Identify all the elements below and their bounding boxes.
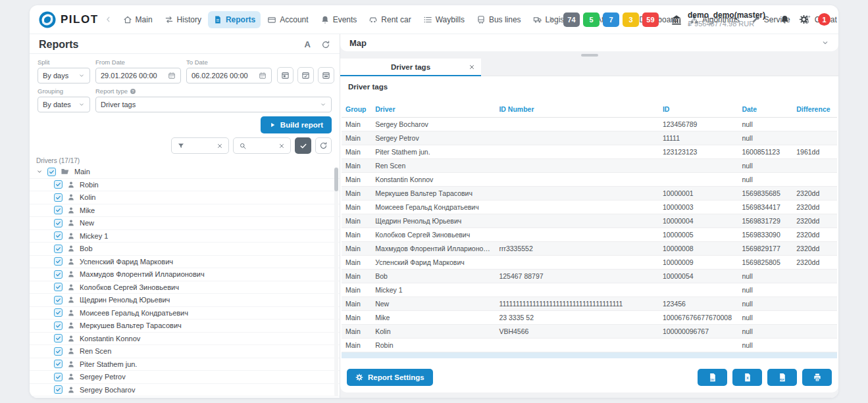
column-header-id-number[interactable]: ID Number [495,101,658,118]
calendar-icon[interactable] [168,72,176,80]
column-header-group[interactable]: Group [342,101,371,118]
build-report-button[interactable]: Build report [261,116,332,133]
refresh-icon[interactable] [321,40,330,49]
calendar-day-button[interactable] [277,67,294,83]
table-row[interactable]: MainМахмудов Флорентий Илларионовичrrr33… [342,242,837,256]
search-icon[interactable] [239,142,247,150]
nav-item-bus-lines[interactable]: Bus lines [471,11,526,28]
column-header-difference[interactable]: Difference [792,101,837,118]
tree-item-sergey-bocharov[interactable]: Sergey Bocharov [30,384,340,397]
table-row[interactable]: MainRen Scennull [342,159,837,173]
checkbox-checked[interactable] [54,219,63,227]
table-row[interactable]: MainBob125467 8879710000054null [342,270,837,283]
table-row[interactable]: MainУспенский Фарид Маркович100000091569… [342,256,837,270]
select-all-button[interactable] [295,137,311,154]
table-row[interactable]: MainKolinVBH4566100000096767null [342,325,837,339]
tree-scrollbar[interactable] [334,167,338,396]
counter-badge[interactable]: 7 [603,12,619,27]
tree-item-sergey-petrov[interactable]: Sergey Petrov [30,371,340,384]
font-size-icon[interactable]: A [305,39,311,49]
export-file-pdf-button[interactable] [767,369,797,386]
tree-item-kolin[interactable]: Kolin [30,191,340,204]
tree-item-ren-scen[interactable]: Ren Scen [30,345,340,358]
table-row[interactable]: MainКолобков Сергей Зиновьевич1000000515… [342,228,837,242]
export-printer-button[interactable] [802,369,832,386]
nav-item-reports[interactable]: Reports [208,11,261,28]
tree-item-mike[interactable]: Mike [30,204,340,218]
brand[interactable]: PILOT [39,11,99,28]
split-select[interactable]: By days [38,68,90,83]
chevron-down-icon[interactable] [36,168,43,175]
checkbox-checked[interactable] [54,373,63,381]
export-file-csv-button[interactable] [698,369,727,386]
table-row[interactable]: MainKonstantin Konnovnull [342,173,837,187]
checkbox-checked[interactable] [54,334,63,343]
nav-item-rent-car[interactable]: Rent car [363,11,416,28]
table-row[interactable]: MainMickey 1null [342,283,837,297]
table-row[interactable]: MainNew111111111111111111111111111111111… [342,297,837,311]
tree-search-control[interactable] [233,137,291,154]
table-row[interactable]: MainЩедрин Ренольд Юрьевич10000004156983… [342,214,837,228]
filter-funnel-icon[interactable] [177,142,185,150]
table-row[interactable]: MainМоисеев Геральд Кондратьевич10000003… [342,201,837,214]
collapse-chevron-icon[interactable] [821,39,829,47]
checkbox-checked[interactable] [54,347,63,356]
calendar-check-button[interactable] [297,67,314,83]
nav-item-history[interactable]: History [159,11,207,28]
nav-item-events[interactable]: Events [315,11,363,28]
column-header-driver[interactable]: Driver [371,101,495,118]
checkbox-checked[interactable] [54,283,63,291]
panel-drag-handle[interactable] [581,54,598,57]
tree-item-щедрин-ренольд-юрьевич[interactable]: Щедрин Ренольд Юрьевич [30,294,340,307]
nav-item-waybills[interactable]: Waybills [418,11,470,28]
checkbox-checked[interactable] [54,193,63,202]
checkbox-checked[interactable] [47,168,56,176]
tree-item-konstantin-konnov[interactable]: Konstantin Konnov [30,333,340,346]
tree-item-mickey-1[interactable]: Mickey 1 [30,230,340,243]
tree-item-моисеев-геральд-кондратьевич[interactable]: Моисеев Геральд Кондратьевич [30,307,340,320]
checkbox-checked[interactable] [54,360,63,368]
table-row[interactable]: MainPiter Stathem jun.123123123160085112… [342,145,837,159]
tab-close-icon[interactable] [469,64,475,70]
checkbox-checked[interactable] [54,321,63,330]
notifications-bell-icon[interactable] [780,14,790,24]
tree-filter-control[interactable] [171,137,229,154]
tree-scrollbar-thumb[interactable] [334,168,338,191]
checkbox-checked[interactable] [54,206,63,214]
tree-item-колобков-сергей-зиновьевич[interactable]: Колобков Сергей Зиновьевич [30,281,340,295]
nav-item-main[interactable]: Main [118,11,158,28]
user-block[interactable]: demo_demo(master) ₽ 95648774.98 RUR [671,11,765,28]
table-row[interactable]: MainSergey Bocharov123456789null [342,118,837,131]
tree-item-махмудов-флорентий-илларионович[interactable]: Махмудов Флорентий Илларионович [30,268,340,281]
column-header-id[interactable]: ID [659,101,738,118]
checkbox-checked[interactable] [54,257,63,266]
report-type-select[interactable]: Driver tags [95,97,332,112]
table-row[interactable]: MainМеркушев Вальтер Тарасович1000000115… [342,187,837,201]
tree-item-new[interactable]: New [30,217,340,230]
checkbox-checked[interactable] [54,385,63,394]
grouping-select[interactable]: By dates [38,97,90,112]
settings-gear-icon[interactable] [799,14,809,24]
tree-item-успенский-фарид-маркович[interactable]: Успенский Фарид Маркович [30,256,340,269]
counter-badge[interactable]: 59 [642,12,659,27]
checkbox-checked[interactable] [54,245,63,253]
counter-badge[interactable]: 5 [583,12,600,27]
export-file-xls-button[interactable] [732,369,762,386]
calendar-range-button[interactable] [318,67,334,83]
help-question-icon[interactable] [130,88,136,95]
alert-count-badge[interactable]: 1 [818,13,830,26]
counter-badge[interactable]: 74 [563,12,580,27]
counter-badge[interactable]: 3 [623,12,639,27]
from-date-input[interactable]: 29.01.2026 00:00 [95,68,181,83]
checkbox-checked[interactable] [54,296,63,304]
checkbox-checked[interactable] [54,308,63,317]
checkbox-checked[interactable] [54,180,63,189]
to-date-input[interactable]: 06.02.2026 00:00 [186,68,272,83]
calendar-icon[interactable] [259,72,267,80]
clear-search-icon[interactable] [278,143,285,149]
table-row[interactable]: MainSergey Petrov11111null [342,131,837,145]
checkbox-checked[interactable] [54,231,63,240]
clear-filter-icon[interactable] [217,143,223,149]
tree-item-piter-stathem-jun[interactable]: Piter Stathem jun. [30,358,340,371]
checkbox-checked[interactable] [54,270,63,279]
